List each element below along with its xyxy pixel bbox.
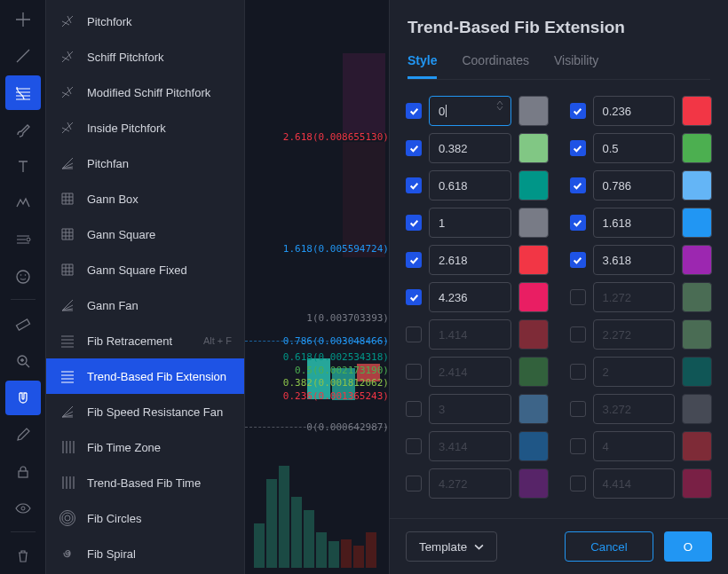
level-checkbox[interactable] [570, 103, 586, 119]
level-value-input[interactable]: 2 [593, 357, 676, 387]
color-swatch[interactable] [518, 96, 549, 126]
level-checkbox[interactable] [570, 438, 586, 454]
text-icon[interactable] [5, 149, 41, 184]
level-value-input[interactable]: 4.236 [429, 282, 511, 312]
level-checkbox[interactable] [406, 476, 422, 491]
template-dropdown[interactable]: Template [406, 531, 497, 562]
level-value-input[interactable]: 2.272 [593, 319, 676, 350]
color-swatch[interactable] [682, 282, 712, 312]
level-value-input[interactable]: 0.236 [593, 96, 676, 126]
color-swatch[interactable] [518, 208, 549, 238]
color-swatch[interactable] [682, 170, 712, 201]
color-swatch[interactable] [518, 133, 549, 163]
level-value-input[interactable]: 3.272 [593, 394, 676, 424]
level-value-input[interactable]: 0.786 [593, 170, 676, 201]
level-value-input[interactable]: 3 [429, 394, 511, 424]
color-swatch[interactable] [518, 394, 549, 424]
color-swatch[interactable] [518, 319, 549, 350]
tab-style[interactable]: Style [408, 53, 437, 79]
level-checkbox[interactable] [406, 252, 422, 268]
level-checkbox[interactable] [570, 252, 586, 268]
level-checkbox[interactable] [570, 215, 586, 231]
menu-item-modified-schiff-pitchfork[interactable]: Modified Schiff Pitchfork [46, 75, 244, 110]
trend-line-icon[interactable] [5, 38, 41, 73]
lock-icon[interactable] [5, 454, 41, 489]
menu-item-gann-square[interactable]: Gann Square [46, 216, 244, 252]
cancel-button[interactable]: Cancel [565, 531, 653, 562]
color-swatch[interactable] [682, 357, 712, 387]
level-value-input[interactable]: 4 [593, 431, 676, 461]
level-checkbox[interactable] [406, 215, 422, 231]
color-swatch[interactable] [682, 245, 712, 275]
stepper-arrows[interactable] [496, 100, 507, 122]
color-swatch[interactable] [518, 282, 549, 312]
zoom-icon[interactable] [5, 344, 41, 379]
level-checkbox[interactable] [570, 140, 586, 156]
level-value-input[interactable]: 0.618 [429, 170, 511, 201]
menu-item-gann-box[interactable]: Gann Box [46, 181, 244, 216]
brush-icon[interactable] [5, 112, 41, 146]
level-value-input[interactable]: 2.414 [429, 357, 511, 387]
menu-item-gann-fan[interactable]: Gann Fan [46, 287, 244, 323]
color-swatch[interactable] [682, 394, 712, 424]
menu-item-inside-pitchfork[interactable]: Inside Pitchfork [46, 110, 244, 145]
level-value-input[interactable]: 1 [429, 208, 511, 238]
ruler-icon[interactable] [5, 307, 41, 342]
cross-icon[interactable] [5, 2, 41, 36]
tab-visibility[interactable]: Visibility [554, 53, 598, 79]
level-checkbox[interactable] [406, 140, 422, 156]
color-swatch[interactable] [682, 133, 712, 163]
menu-item-schiff-pitchfork[interactable]: Schiff Pitchfork [46, 39, 244, 75]
level-checkbox[interactable] [570, 177, 586, 193]
level-checkbox[interactable] [406, 103, 422, 119]
menu-item-fib-time-zone[interactable]: Fib Time Zone [46, 429, 244, 465]
level-checkbox[interactable] [570, 289, 586, 305]
level-value-input[interactable]: 3.414 [429, 431, 511, 461]
color-swatch[interactable] [682, 208, 712, 238]
level-checkbox[interactable] [570, 326, 586, 342]
level-value-input[interactable]: 0 [429, 96, 511, 126]
pattern-icon[interactable] [5, 185, 41, 220]
level-checkbox[interactable] [406, 289, 422, 305]
color-swatch[interactable] [682, 468, 712, 499]
level-value-input[interactable]: 0.5 [593, 133, 676, 163]
level-value-input[interactable]: 2.618 [429, 245, 511, 275]
menu-item-fib-circles[interactable]: Fib Circles [46, 500, 244, 536]
trash-icon[interactable] [5, 539, 41, 574]
level-value-input[interactable]: 0.382 [429, 133, 511, 163]
menu-item-trend-based-fib-extension[interactable]: Trend-Based Fib Extension [46, 358, 244, 394]
level-value-input[interactable]: 3.618 [593, 245, 676, 275]
level-checkbox[interactable] [570, 401, 586, 417]
level-value-input[interactable]: 1.272 [593, 282, 676, 312]
color-swatch[interactable] [518, 357, 549, 387]
menu-item-fib-spiral[interactable]: Fib Spiral [46, 536, 244, 571]
level-checkbox[interactable] [406, 438, 422, 454]
color-swatch[interactable] [682, 319, 712, 350]
fib-tool-icon[interactable] [5, 75, 41, 110]
color-swatch[interactable] [682, 96, 712, 126]
color-swatch[interactable] [518, 245, 549, 275]
menu-item-fib-speed-resistance-fan[interactable]: Fib Speed Resistance Fan [46, 394, 244, 429]
level-checkbox[interactable] [570, 364, 586, 380]
level-value-input[interactable]: 1.414 [429, 319, 511, 350]
level-value-input[interactable]: 4.272 [429, 468, 511, 499]
color-swatch[interactable] [518, 170, 549, 201]
ok-button[interactable]: O [664, 531, 712, 562]
color-swatch[interactable] [682, 431, 712, 461]
level-checkbox[interactable] [406, 364, 422, 380]
menu-item-fib-retracement[interactable]: Fib Retracement Alt + F [46, 323, 244, 358]
color-swatch[interactable] [518, 468, 549, 499]
eye-icon[interactable] [5, 491, 41, 525]
magnet-icon[interactable] [5, 381, 41, 415]
level-checkbox[interactable] [406, 401, 422, 417]
pencil-icon[interactable] [5, 417, 41, 452]
menu-item-pitchfork[interactable]: Pitchfork [46, 4, 244, 39]
level-checkbox[interactable] [406, 177, 422, 193]
forecast-icon[interactable] [5, 222, 41, 256]
menu-item-trend-based-fib-time[interactable]: Trend-Based Fib Time [46, 465, 244, 500]
menu-item-pitchfan[interactable]: Pitchfan [46, 145, 244, 181]
level-checkbox[interactable] [570, 476, 586, 491]
color-swatch[interactable] [518, 431, 549, 461]
level-checkbox[interactable] [406, 326, 422, 342]
menu-item-gann-square-fixed[interactable]: Gann Square Fixed [46, 252, 244, 287]
